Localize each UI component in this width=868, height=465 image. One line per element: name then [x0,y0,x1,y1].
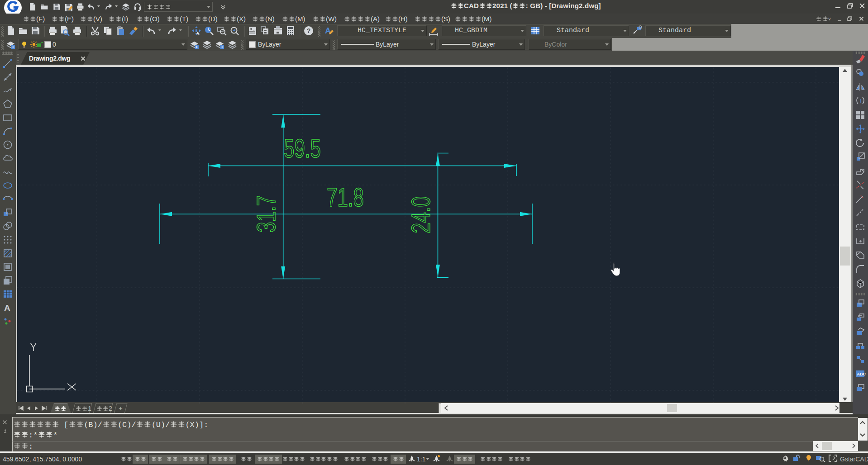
svg-text:A: A [4,303,10,313]
svg-text:ABC: ABC [857,372,866,376]
svg-text:?: ? [307,27,311,34]
